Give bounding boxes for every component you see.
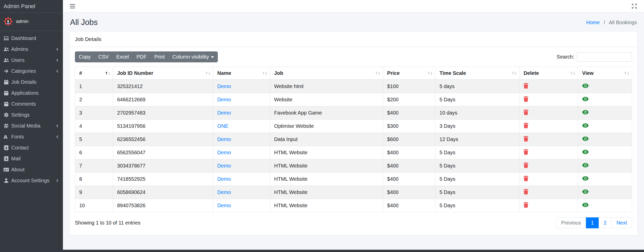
column-visibility-button[interactable]: Column visibility <box>169 51 218 62</box>
search-control: Search: <box>557 52 632 62</box>
name-link[interactable]: Demo <box>217 136 231 142</box>
name-link[interactable]: Demo <box>217 150 231 155</box>
bottom-bar <box>0 250 644 252</box>
pagination-page-2[interactable]: 2 <box>599 217 612 228</box>
view-eye-icon[interactable] <box>582 176 589 181</box>
brand[interactable]: Admin Panel <box>0 0 63 13</box>
sidebar-item-mail[interactable]: Mail <box>0 153 63 164</box>
excel-button[interactable]: Excel <box>113 51 133 62</box>
sidebar-item-dashboard[interactable]: Dashboard <box>0 33 63 44</box>
chevron-left-icon <box>56 46 59 52</box>
delete-trash-icon[interactable] <box>524 109 528 115</box>
sidebar-item-fonts[interactable]: A Fonts <box>0 131 63 142</box>
fullscreen-icon[interactable] <box>632 3 637 9</box>
sidebar-item-settings[interactable]: Settings <box>0 109 63 120</box>
search-input[interactable] <box>577 52 632 62</box>
name-link[interactable]: Demo <box>217 163 231 169</box>
delete-trash-icon[interactable] <box>524 123 528 128</box>
cell-price: $200 <box>383 93 435 106</box>
breadcrumb-current: All Bookings <box>609 20 637 25</box>
column-header-num[interactable]: #↑↓ <box>75 67 113 80</box>
table-row: 2 6466212669 Demo Website $200 5 Days <box>75 93 632 106</box>
cell-job-id: 325321412 <box>113 80 213 93</box>
view-eye-icon[interactable] <box>582 189 589 194</box>
breadcrumb-home-link[interactable]: Home <box>586 20 600 25</box>
pdf-button[interactable]: PDF <box>133 51 151 62</box>
view-eye-icon[interactable] <box>582 97 589 101</box>
cell-price: $300 <box>383 120 435 133</box>
delete-trash-icon[interactable] <box>524 202 528 208</box>
csv-button[interactable]: CSV <box>95 51 113 62</box>
name-link[interactable]: ONE <box>217 123 228 129</box>
sidebar-item-label: Applications <box>11 90 39 96</box>
view-eye-icon[interactable] <box>582 203 589 207</box>
view-eye-icon[interactable] <box>582 150 589 154</box>
name-link[interactable]: Demo <box>217 176 231 182</box>
cell-time-scale: 5 Days <box>435 186 519 199</box>
cell-num: 7 <box>75 159 113 173</box>
delete-trash-icon[interactable] <box>524 189 528 194</box>
sidebar-item-label: Job Details <box>11 79 36 85</box>
cell-time-scale: 10 days <box>435 106 519 120</box>
cell-num: 8 <box>75 173 113 186</box>
calendar-icon <box>4 102 11 106</box>
font-icon: A <box>4 134 11 139</box>
column-header-delete[interactable]: Delete↑↓ <box>519 67 578 80</box>
sidebar-item-label: About <box>11 167 24 173</box>
column-header-price[interactable]: Price↑↓ <box>383 67 435 80</box>
cell-job-id: 3034378677 <box>113 159 213 173</box>
pagination-previous[interactable]: Previous <box>556 217 586 228</box>
column-header-label: Name <box>217 70 231 76</box>
pagination-page-1[interactable]: 1 <box>586 217 599 228</box>
copy-button[interactable]: Copy <box>75 51 95 62</box>
column-header-name[interactable]: Name↑↓ <box>213 67 270 80</box>
menu-toggle-icon[interactable] <box>70 4 75 8</box>
sidebar-item-comments[interactable]: Comments <box>0 99 63 109</box>
view-eye-icon[interactable] <box>582 83 589 88</box>
view-eye-icon[interactable] <box>582 123 589 128</box>
sort-icon: ↑↓ <box>570 71 575 76</box>
view-eye-icon[interactable] <box>582 136 589 141</box>
view-eye-icon[interactable] <box>582 110 589 115</box>
sidebar-item-admins[interactable]: Admins <box>0 44 63 55</box>
sidebar-item-social-media[interactable]: Social Media <box>0 120 63 131</box>
cell-job-id: 8940753826 <box>113 199 213 212</box>
sidebar-item-users[interactable]: Users <box>0 55 63 66</box>
cell-time-scale: 5 Days <box>435 93 519 106</box>
name-link[interactable]: Demo <box>217 97 231 102</box>
delete-trash-icon[interactable] <box>524 136 528 142</box>
sort-icon: ↑↓ <box>105 71 110 76</box>
sidebar-item-categories[interactable]: Categories <box>0 66 63 77</box>
column-header-time-scale[interactable]: Time Scale↑↓ <box>435 67 519 80</box>
sidebar-item-label: Contact <box>11 145 29 151</box>
sidebar-item-label: Fonts <box>11 134 24 140</box>
cell-job-id: 5134197956 <box>113 120 213 133</box>
column-header-job[interactable]: Job↑↓ <box>270 67 383 80</box>
view-eye-icon[interactable] <box>582 163 589 167</box>
delete-trash-icon[interactable] <box>524 149 528 155</box>
name-link[interactable]: Demo <box>217 110 231 116</box>
name-link[interactable]: Demo <box>217 83 231 89</box>
gear-person-avatar <box>4 17 13 26</box>
sidebar-item-account-settings[interactable]: Account Settings <box>0 175 63 186</box>
delete-trash-icon[interactable] <box>524 83 528 89</box>
cell-job-id: 7418552925 <box>113 173 213 186</box>
delete-trash-icon[interactable] <box>524 96 528 102</box>
sidebar-item-label: Account Settings <box>11 178 49 184</box>
pagination-next[interactable]: Next <box>611 217 632 228</box>
sidebar-item-applications[interactable]: Applications <box>0 88 63 99</box>
card-header: Job Details <box>70 32 637 47</box>
column-header-view[interactable]: View↑↓ <box>578 67 632 80</box>
delete-trash-icon[interactable] <box>524 162 528 168</box>
print-button[interactable]: Print <box>151 51 169 62</box>
column-header-job-id[interactable]: Job ID Number↑↓ <box>113 67 213 80</box>
sidebar-item-job-details[interactable]: Job Details <box>0 77 63 88</box>
cell-job-id: 6562556047 <box>113 146 213 159</box>
users-icon <box>4 47 11 52</box>
delete-trash-icon[interactable] <box>524 176 528 181</box>
name-link[interactable]: Demo <box>217 203 231 208</box>
sidebar-item-about[interactable]: About <box>0 164 63 175</box>
sidebar-item-contact[interactable]: Contact <box>0 142 63 153</box>
column-header-label: View <box>582 70 594 76</box>
name-link[interactable]: Demo <box>217 189 231 195</box>
